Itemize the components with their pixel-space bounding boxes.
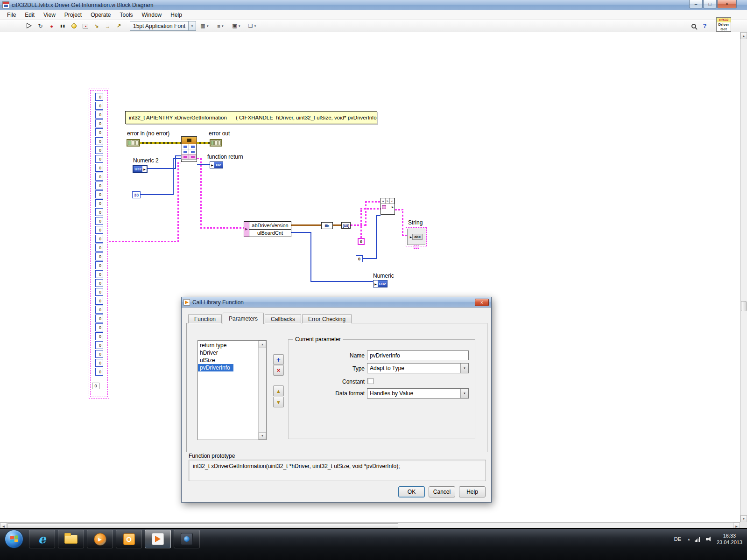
array-element[interactable]: 0	[95, 315, 103, 322]
array-element[interactable]: 0	[95, 155, 103, 163]
menu-project[interactable]: Project	[60, 11, 86, 19]
array-element[interactable]: 0	[95, 359, 103, 367]
network-icon[interactable]	[695, 537, 702, 542]
tab-parameters[interactable]: Parameters	[223, 313, 264, 324]
resize-objects-button[interactable]: ▣▼	[229, 21, 244, 31]
constant-checkbox[interactable]	[367, 378, 374, 384]
array-element[interactable]: 0	[95, 217, 103, 225]
array-element[interactable]: 0	[95, 244, 103, 252]
maximize-button[interactable]: □	[703, 0, 717, 8]
menu-view[interactable]: View	[39, 11, 60, 19]
vertical-scroll-thumb[interactable]	[741, 301, 747, 311]
font-selector[interactable]: 15pt Application Font ▼	[130, 21, 196, 31]
string-indicator-terminal[interactable]: ▶ abc	[407, 229, 425, 245]
array-element[interactable]: 0	[95, 279, 103, 287]
clock[interactable]: 16:33 23.04.2013	[717, 532, 744, 546]
numeric-label[interactable]: Numeric	[373, 273, 394, 279]
array-element[interactable]: 0	[95, 235, 103, 243]
i32-indicator-terminal[interactable]: ▶ I32	[210, 161, 223, 168]
param-ulsize[interactable]: ulSize	[198, 357, 266, 364]
array-element[interactable]: 0	[95, 111, 103, 119]
field-ulboardcnt[interactable]: ulBoardCnt	[249, 230, 291, 237]
array-element[interactable]: 0	[95, 128, 103, 136]
cancel-button[interactable]: Cancel	[429, 486, 455, 497]
array-element[interactable]: 0	[95, 261, 103, 269]
search-button[interactable]	[689, 21, 698, 31]
string-label[interactable]: String	[408, 219, 423, 226]
array-element[interactable]: 0	[95, 226, 103, 234]
array-element[interactable]: 0	[95, 350, 103, 358]
move-down-button[interactable]: ▼	[273, 397, 284, 407]
array-index[interactable]: 0	[92, 383, 99, 389]
array-element[interactable]: 0	[95, 146, 103, 154]
menu-window[interactable]: Window	[138, 11, 167, 19]
combo-arrow-icon[interactable]: ▼	[460, 389, 468, 398]
type-combobox[interactable]: Adapt to Type ▼	[367, 363, 469, 373]
combo-arrow-icon[interactable]: ▼	[460, 364, 468, 373]
font-selector-arrow-icon[interactable]: ▼	[188, 21, 196, 30]
array-subset-node[interactable]: ▤▸	[321, 222, 333, 229]
delete-parameter-button[interactable]: ×	[273, 365, 284, 376]
dialog-close-button[interactable]: ×	[475, 299, 489, 306]
help-button[interactable]: Help	[459, 486, 486, 497]
taskbar-item-media-player[interactable]: ▶	[87, 530, 113, 548]
reorder-button[interactable]: ❏▼	[245, 21, 260, 31]
array-element[interactable]: 0	[95, 102, 103, 110]
array-element[interactable]: 0	[95, 119, 103, 127]
error-out-indicator[interactable]	[210, 139, 222, 147]
byte-array-to-string-node[interactable]: abc ▸	[381, 198, 395, 215]
retain-wire-values-button[interactable]	[80, 21, 90, 31]
data-format-combobox[interactable]: Handles by Value ▼	[367, 388, 469, 399]
array-element[interactable]: 0	[95, 190, 103, 198]
language-indicator[interactable]: DE	[672, 535, 683, 543]
numeric2-label[interactable]: Numeric 2	[133, 157, 159, 164]
name-input[interactable]	[367, 350, 469, 360]
dialog-titlebar[interactable]: Call Library Function ×	[182, 297, 491, 308]
tray-chevron-icon[interactable]: ▲	[687, 538, 691, 541]
unbundle-node[interactable]: ▶ abDriverVersion ulBoardCnt	[244, 221, 291, 237]
window-titlebar[interactable]: cifX32DLL.lvlib:x Driver Get Information…	[0, 0, 747, 10]
error-in-constant[interactable]	[127, 139, 140, 147]
pause-button[interactable]: ▮▮	[58, 21, 68, 31]
menu-tools[interactable]: Tools	[116, 11, 138, 19]
array-element[interactable]: 0	[95, 208, 103, 216]
taskbar-item-explorer[interactable]	[58, 530, 84, 548]
vertical-scrollbar[interactable]: ▲ ▼	[740, 32, 747, 522]
step-out-button[interactable]: ↗	[114, 21, 124, 31]
array-element[interactable]: 0	[95, 306, 103, 314]
menu-help[interactable]: Help	[166, 11, 187, 19]
array-element[interactable]: 0	[95, 297, 103, 305]
array-element[interactable]: 0	[95, 252, 103, 260]
array-element[interactable]: 0	[95, 199, 103, 207]
taskbar-item-recorder[interactable]	[174, 530, 200, 548]
scroll-up-icon[interactable]: ▲	[740, 32, 747, 39]
parameter-list-scrollbar[interactable]: ▲ ▼	[258, 341, 266, 440]
function-return-label[interactable]: function return	[207, 154, 243, 160]
parameter-list[interactable]: return type hDriver ulSize pvDriverInfo …	[197, 340, 267, 440]
minimize-button[interactable]: –	[689, 0, 703, 8]
vi-icon[interactable]: cifX32 Driver Get	[716, 17, 731, 32]
array-element[interactable]: 0	[95, 332, 103, 340]
field-abdriverversion[interactable]: abDriverVersion	[249, 222, 291, 230]
taskbar-item-outlook[interactable]: O	[116, 530, 142, 548]
scroll-down-icon[interactable]: ▼	[259, 432, 266, 440]
scroll-up-icon[interactable]: ▲	[259, 341, 266, 348]
array-element[interactable]: 0	[95, 368, 103, 376]
volume-icon[interactable]	[706, 536, 712, 542]
context-help-button[interactable]: ?	[700, 21, 710, 31]
tab-callbacks[interactable]: Callbacks	[265, 314, 301, 323]
u32-indicator-terminal[interactable]: ▶ U32	[373, 280, 388, 287]
align-objects-button[interactable]: ▦▼	[197, 21, 212, 31]
array-element[interactable]: 0	[95, 164, 103, 172]
array-element[interactable]: 0	[95, 93, 103, 101]
taskbar-item-internet-explorer[interactable]: e	[29, 530, 55, 548]
menu-file[interactable]: File	[3, 11, 21, 19]
call-library-function-node[interactable]	[181, 136, 197, 162]
u32-control-terminal[interactable]: U32 ▶	[133, 165, 148, 173]
menu-operate[interactable]: Operate	[86, 11, 115, 19]
array-element[interactable]: 0	[95, 173, 103, 181]
numeric-zero-constant[interactable]: 0	[356, 255, 363, 262]
array-element[interactable]: 0	[95, 288, 103, 296]
prototype-banner-label[interactable]: int32_t APIENTRY xDriverGetInformation (…	[125, 111, 377, 124]
close-button[interactable]: ×	[717, 0, 737, 8]
